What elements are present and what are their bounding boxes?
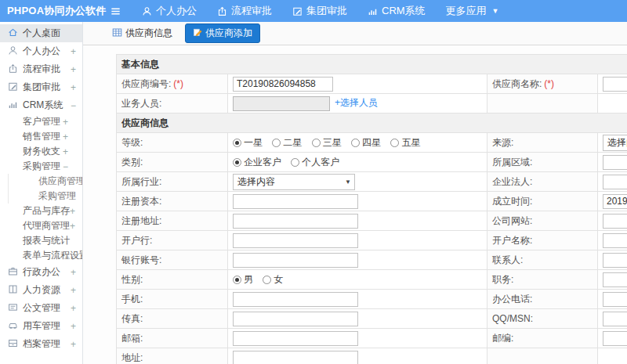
sidebar-item-product-inventory[interactable]: 产品与库存 + bbox=[0, 204, 82, 218]
expand-icon[interactable]: + bbox=[70, 206, 83, 217]
label-registered-capital: 注册资本: bbox=[117, 192, 228, 211]
fax-input[interactable] bbox=[233, 312, 358, 326]
app-logo: PHPOA协同办公软件 bbox=[0, 4, 96, 18]
position-input[interactable] bbox=[603, 272, 627, 287]
nav-crm-system[interactable]: CRM系统 bbox=[368, 4, 426, 18]
chart-icon bbox=[8, 99, 23, 112]
label-source: 来源: bbox=[487, 133, 598, 153]
sidebar-item-customer-mgmt[interactable]: 客户管理 + bbox=[0, 114, 82, 129]
sidebar-item-agent-mgmt[interactable]: 代理商管理 + bbox=[0, 218, 82, 233]
sidebar-item-reports-stats[interactable]: 报表与统计 bbox=[0, 233, 82, 248]
sidebar-item-purchase-mgmt[interactable]: 采购管理 − bbox=[0, 159, 82, 174]
email-input[interactable] bbox=[233, 331, 358, 346]
sidebar-item-group-approval[interactable]: 集团审批 + bbox=[0, 78, 82, 96]
sidebar-item-document-mgmt[interactable]: 公文管理 + bbox=[0, 299, 82, 317]
user-icon bbox=[142, 6, 152, 16]
expand-icon[interactable]: + bbox=[71, 267, 76, 278]
collapse-icon[interactable]: − bbox=[71, 100, 76, 111]
sidebar-item-human-resources[interactable]: 人力资源 + bbox=[0, 281, 82, 299]
bank-input[interactable] bbox=[233, 233, 358, 248]
expand-icon[interactable]: + bbox=[63, 132, 76, 142]
select-personnel-link[interactable]: +选择人员 bbox=[335, 97, 378, 108]
radio-icon bbox=[263, 276, 271, 284]
label-website: 公司网站: bbox=[487, 211, 598, 231]
radio-level-3[interactable]: 三星 bbox=[312, 137, 342, 148]
sidebar-item-procurement-mgmt[interactable]: 采购管理 bbox=[8, 189, 82, 204]
label-legal-person: 企业法人: bbox=[487, 172, 598, 192]
sidebar-item-admin-office[interactable]: 行政办公 + bbox=[0, 263, 82, 281]
sidebar-item-personal-office[interactable]: 个人办公 + bbox=[0, 42, 82, 60]
website-input[interactable] bbox=[603, 214, 627, 229]
home-icon bbox=[8, 27, 23, 40]
section-basic-info: 基本信息 bbox=[117, 55, 627, 74]
radio-enterprise-customer[interactable]: 企业客户 bbox=[233, 157, 281, 168]
label-industry: 所属行业: bbox=[117, 172, 228, 192]
caret-down-icon: ▼ bbox=[492, 7, 499, 15]
sidebar: 个人桌面 个人办公 + 流程审批 + 集团审批 + CRM系统 − 客户管理 +… bbox=[0, 22, 83, 364]
sidebar-item-form-workflow-settings[interactable]: 表单与流程设置 + bbox=[0, 248, 82, 263]
expand-icon[interactable]: + bbox=[71, 82, 76, 93]
radio-level-4[interactable]: 四星 bbox=[351, 137, 381, 148]
label-email: 邮箱: bbox=[117, 329, 228, 348]
nav-personal-office[interactable]: 个人办公 bbox=[142, 4, 197, 18]
expand-icon[interactable]: + bbox=[71, 303, 76, 314]
collapse-icon[interactable]: − bbox=[63, 161, 76, 172]
established-date-input[interactable] bbox=[603, 194, 627, 209]
qq-msn-input[interactable] bbox=[603, 312, 627, 326]
sidebar-item-finance[interactable]: 财务收支 + bbox=[0, 144, 82, 159]
label-gender: 性别: bbox=[117, 270, 228, 290]
account-name-input[interactable] bbox=[603, 233, 627, 248]
expand-icon[interactable]: + bbox=[71, 285, 76, 296]
label-region: 所属区域: bbox=[487, 153, 598, 172]
expand-icon[interactable]: + bbox=[70, 221, 83, 232]
nav-group-approval[interactable]: 集团审批 bbox=[292, 4, 347, 18]
expand-icon[interactable]: + bbox=[63, 146, 76, 157]
expand-icon[interactable]: + bbox=[71, 321, 76, 332]
sidebar-item-workflow-approval[interactable]: 流程审批 + bbox=[0, 60, 82, 78]
industry-select[interactable]: 选择内容▼ bbox=[233, 174, 355, 190]
radio-personal-customer[interactable]: 个人客户 bbox=[291, 157, 339, 168]
expand-icon[interactable]: + bbox=[71, 339, 76, 350]
radio-icon bbox=[312, 139, 321, 147]
label-category: 类别: bbox=[117, 153, 228, 172]
tab-bar: 供应商信息 供应商添加 bbox=[83, 22, 627, 45]
supplier-name-input[interactable] bbox=[603, 77, 627, 92]
hamburger-menu-icon[interactable] bbox=[110, 5, 121, 17]
registered-address-input[interactable] bbox=[233, 214, 358, 229]
radio-level-1[interactable]: 一星 bbox=[233, 137, 263, 148]
caret-down-icon: ▼ bbox=[345, 178, 351, 186]
office-phone-input[interactable] bbox=[603, 292, 627, 307]
category-radio-group: 企业客户 个人客户 bbox=[228, 153, 487, 172]
table-icon bbox=[112, 27, 122, 40]
source-select[interactable]: 选择内容▼ bbox=[603, 135, 627, 151]
radio-level-2[interactable]: 二星 bbox=[272, 137, 302, 148]
sidebar-item-sales-mgmt[interactable]: 销售管理 + bbox=[0, 129, 82, 144]
supplier-code-input[interactable] bbox=[233, 77, 333, 92]
sidebar-item-archive-mgmt[interactable]: 档案管理 + bbox=[0, 335, 82, 353]
sidebar-item-personal-desktop[interactable]: 个人桌面 bbox=[0, 24, 82, 42]
radio-level-5[interactable]: 五星 bbox=[390, 137, 420, 148]
sidebar-item-crm-system[interactable]: CRM系统 − bbox=[0, 96, 82, 114]
book-icon bbox=[8, 284, 23, 297]
mobile-input[interactable] bbox=[233, 292, 358, 307]
sidebar-item-supplier-mgmt[interactable]: 供应商管理 bbox=[8, 174, 82, 189]
nav-workflow-approval[interactable]: 流程审批 bbox=[217, 4, 272, 18]
contact-input[interactable] bbox=[603, 253, 627, 268]
tab-supplier-info[interactable]: 供应商信息 bbox=[107, 24, 177, 42]
sidebar-item-vehicle-mgmt[interactable]: 用车管理 + bbox=[0, 317, 82, 335]
radio-female[interactable]: 女 bbox=[263, 274, 283, 285]
label-salesman: 业务人员: bbox=[117, 94, 228, 114]
expand-icon[interactable]: + bbox=[71, 46, 76, 57]
address-input[interactable] bbox=[233, 351, 358, 364]
expand-icon[interactable]: + bbox=[71, 64, 76, 75]
section-supplier-info: 供应商信息 bbox=[117, 114, 627, 133]
nav-more-apps[interactable]: 更多应用 ▼ bbox=[446, 4, 499, 18]
radio-male[interactable]: 男 bbox=[233, 274, 253, 285]
region-input[interactable] bbox=[603, 155, 627, 170]
tab-supplier-add[interactable]: 供应商添加 bbox=[185, 23, 260, 43]
zipcode-input[interactable] bbox=[603, 331, 627, 346]
registered-capital-input[interactable] bbox=[233, 194, 358, 209]
legal-person-input[interactable] bbox=[603, 175, 627, 189]
bank-account-input[interactable] bbox=[233, 253, 358, 268]
expand-icon[interactable]: + bbox=[63, 117, 76, 128]
